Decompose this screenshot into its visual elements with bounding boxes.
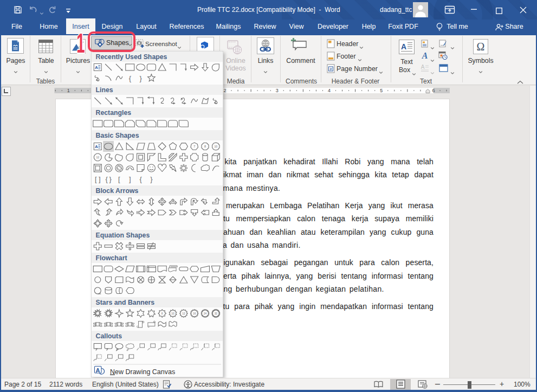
- svg-text:Block Arrows: Block Arrows: [96, 187, 139, 195]
- svg-text:Equation Shapes: Equation Shapes: [96, 232, 150, 239]
- svg-text:A: A: [422, 52, 428, 60]
- svg-text:{: {: [129, 74, 132, 82]
- svg-text:7: 7: [193, 145, 195, 148]
- svg-text:New Drawing Canvas: New Drawing Canvas: [110, 368, 175, 376]
- svg-text:Flowchart: Flowchart: [96, 254, 127, 262]
- svg-text:10: 10: [215, 145, 218, 148]
- svg-text:A: A: [95, 144, 98, 149]
- svg-text:[: [: [95, 175, 97, 183]
- svg-text:24: 24: [204, 312, 207, 315]
- svg-text:}: }: [109, 175, 112, 183]
- svg-text:{: {: [139, 175, 142, 183]
- svg-text:Stars and Banners: Stars and Banners: [96, 299, 155, 306]
- svg-text:]: ]: [129, 175, 131, 183]
- svg-text:16: 16: [193, 312, 196, 315]
- svg-text:12: 12: [182, 312, 185, 315]
- svg-text:[: [: [118, 175, 120, 183]
- svg-text:Lines: Lines: [96, 86, 113, 94]
- svg-text:#: #: [329, 67, 332, 72]
- svg-text:Recently Used Shapes: Recently Used Shapes: [96, 53, 167, 61]
- svg-text:32: 32: [215, 312, 218, 315]
- svg-text:]: ]: [99, 175, 101, 183]
- svg-text:A: A: [96, 367, 100, 374]
- svg-text:A: A: [421, 64, 425, 70]
- svg-text:A: A: [95, 65, 98, 70]
- svg-text:10: 10: [171, 312, 174, 315]
- svg-text:{: {: [105, 175, 108, 183]
- svg-text:8: 8: [204, 145, 206, 148]
- svg-text:}: }: [139, 74, 142, 82]
- svg-text:Callouts: Callouts: [96, 332, 122, 340]
- svg-text:A: A: [401, 42, 406, 51]
- svg-text:12: 12: [96, 156, 100, 159]
- svg-text:Rectangles: Rectangles: [96, 109, 132, 117]
- svg-text:Basic Shapes: Basic Shapes: [96, 132, 139, 139]
- svg-text:Ω: Ω: [477, 41, 485, 53]
- svg-text:8: 8: [161, 312, 163, 315]
- svg-text:}: }: [150, 175, 153, 183]
